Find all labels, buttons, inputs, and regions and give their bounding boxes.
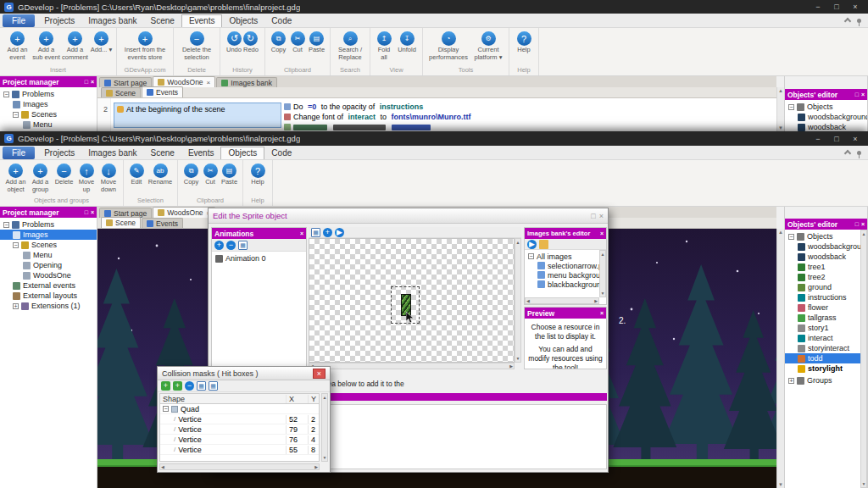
tab-woodsone[interactable]: WoodsOne× — [153, 207, 215, 218]
current-platform-button[interactable]: ⚙Current platform ▾ — [471, 30, 505, 61]
maximize-icon[interactable]: □ — [591, 212, 595, 220]
tree-item-menu[interactable]: Menu — [0, 119, 97, 130]
close-button[interactable]: × — [847, 2, 864, 13]
dialog-title-bar[interactable]: Collision masks ( Hit boxes ) × — [158, 367, 330, 380]
grid-icon[interactable]: ▦ — [311, 228, 320, 237]
maximize-button[interactable]: □ — [828, 2, 845, 13]
event-sheet[interactable]: 2 At the beginning of the scene Do =0 to… — [97, 98, 776, 131]
title-bar[interactable]: G GDevelop - [Problems] C:\Users\Ryan\De… — [0, 0, 868, 14]
collapse-ribbon-icon[interactable] — [844, 150, 851, 157]
add-event-button[interactable]: +Add an event — [3, 30, 31, 61]
tree-item-scenes[interactable]: Scenes — [0, 240, 97, 250]
tree-item-menu[interactable]: Menu — [0, 250, 97, 260]
tree-item-object[interactable]: tree2 — [785, 272, 867, 282]
minimize-button[interactable]: − — [810, 2, 826, 13]
title-bar[interactable]: G GDevelop - [Problems] C:\Users\Ryan\De… — [0, 131, 868, 146]
cut-button[interactable]: ✂Cut — [289, 30, 306, 54]
menu-scene[interactable]: Scene — [144, 147, 181, 159]
undo-icon[interactable]: ↺ — [227, 31, 242, 46]
event-action[interactable]: Change font of interact to fonts\munro\M… — [284, 112, 776, 122]
pin-icon[interactable] — [857, 19, 861, 23]
menu-objects[interactable]: Objects — [222, 14, 264, 27]
tree-item-problems[interactable]: Problems — [0, 219, 97, 230]
add-comment-button[interactable]: +Add a comment — [61, 30, 89, 61]
collapse-icon[interactable] — [3, 92, 9, 97]
menu-projects[interactable]: Projects — [37, 147, 81, 159]
paste-button[interactable]: ▤Paste — [307, 30, 326, 54]
tree-item-object[interactable]: woodsback — [785, 252, 867, 262]
menu-file[interactable]: File — [3, 147, 35, 159]
close-icon[interactable]: × — [313, 369, 326, 379]
animation-item[interactable]: Animation 0 — [212, 253, 306, 263]
resource-item[interactable]: menu background.j — [525, 270, 606, 280]
expand-icon[interactable] — [13, 303, 19, 309]
close-button[interactable]: × — [847, 133, 864, 144]
event-condition[interactable]: At the beginning of the scene — [114, 103, 281, 128]
resource-item[interactable]: selectionarrow.png — [525, 261, 606, 270]
undo-redo-button[interactable]: ↺ ↻ Undo Redo — [224, 30, 261, 54]
table-row-vertice[interactable]: /Vertice 558 — [160, 445, 319, 455]
copy-button[interactable]: ⧉Copy — [181, 163, 201, 186]
table-row-quad[interactable]: Quad — [160, 404, 319, 414]
maximize-button[interactable]: □ — [828, 133, 845, 144]
minimize-button[interactable]: − — [810, 133, 826, 144]
menu-events[interactable]: Events — [181, 14, 223, 27]
add-image-icon[interactable]: + — [323, 228, 332, 237]
float-panel-icon[interactable] — [85, 79, 88, 85]
menu-objects[interactable]: Objects — [220, 147, 264, 159]
tree-item-images[interactable]: Images — [0, 99, 97, 109]
vertical-scrollbar[interactable] — [776, 229, 784, 488]
sprite-selection-box[interactable] — [391, 286, 420, 324]
tree-item-object[interactable]: tree1 — [785, 262, 867, 272]
grid-icon[interactable]: ▦ — [238, 241, 248, 250]
tree-item-object[interactable]: woodsback — [785, 122, 867, 131]
tree-item-object[interactable]: tallgrass — [785, 313, 867, 323]
tree-item-objects-root[interactable]: Objects — [785, 231, 867, 241]
help-button[interactable]: ?Help — [513, 30, 535, 54]
fold-all-button[interactable]: ↥Fold all — [374, 30, 394, 61]
move-up-button[interactable]: ↑Move up — [76, 163, 97, 193]
menu-file[interactable]: File — [3, 14, 35, 27]
remove-icon[interactable]: − — [185, 381, 194, 391]
tree-item-object[interactable]: story1 — [785, 323, 867, 333]
paste-button[interactable]: ▤Paste — [220, 163, 239, 186]
add-vertex-icon[interactable]: + — [161, 381, 170, 391]
event-action-clipped[interactable] — [284, 122, 776, 131]
tree-item-object[interactable]: interact — [785, 333, 867, 343]
tree-item-object[interactable]: instructions — [785, 292, 867, 302]
tree-item-extensions[interactable]: Extensions (1) — [0, 301, 97, 311]
refresh-icon[interactable]: ▶ — [527, 240, 537, 249]
bank-horizontal-scrollbar[interactable]: ◀▶ — [525, 297, 599, 304]
display-performances-button[interactable]: ◔Display performances — [426, 30, 470, 61]
tree-item-problems[interactable]: Problems — [0, 89, 97, 99]
tree-item-scenes[interactable]: Scenes — [0, 109, 97, 119]
edit-button[interactable]: ✎Edit — [127, 163, 146, 186]
tree-item-object[interactable]: woodsbackground — [785, 241, 867, 252]
vertical-scrollbar[interactable] — [776, 87, 784, 131]
close-panel-icon[interactable] — [861, 221, 865, 227]
subtab-events[interactable]: Events — [142, 86, 183, 97]
subtab-scene[interactable]: Scene — [101, 87, 141, 97]
redo-icon[interactable]: ↻ — [243, 31, 258, 46]
image-vertical-scrollbar[interactable]: ▲▼ — [515, 238, 521, 363]
preview-play-icon[interactable]: ▶ — [335, 228, 344, 237]
tree-item-objects-root[interactable]: Objects — [785, 102, 867, 112]
tree-item-object[interactable]: woodsbackground — [785, 112, 867, 122]
tree-item-object-storylight[interactable]: storylight — [785, 363, 867, 374]
bank-vertical-scrollbar[interactable]: ▲▼ — [599, 250, 606, 297]
remove-animation-icon[interactable]: − — [226, 241, 236, 250]
tab-images-bank[interactable]: Images bank — [216, 77, 277, 87]
float-panel-icon[interactable] — [85, 209, 88, 215]
unfold-button[interactable]: ↧Unfold — [395, 30, 419, 54]
subtab-scene[interactable]: Scene — [101, 217, 141, 228]
delete-object-button[interactable]: −Delete — [53, 163, 75, 186]
collapse-icon[interactable] — [528, 253, 534, 259]
menu-scene[interactable]: Scene — [144, 14, 181, 27]
pin-icon[interactable] — [857, 151, 861, 155]
menu-images-bank[interactable]: Images bank — [81, 147, 143, 159]
tree-item-object-todd[interactable]: todd — [785, 353, 867, 363]
table-header[interactable]: Shape X Y — [160, 394, 319, 404]
collapse-icon[interactable] — [3, 222, 9, 228]
close-icon[interactable]: × — [599, 212, 604, 220]
add-more-button[interactable]: +Add... ▾ — [90, 30, 113, 54]
